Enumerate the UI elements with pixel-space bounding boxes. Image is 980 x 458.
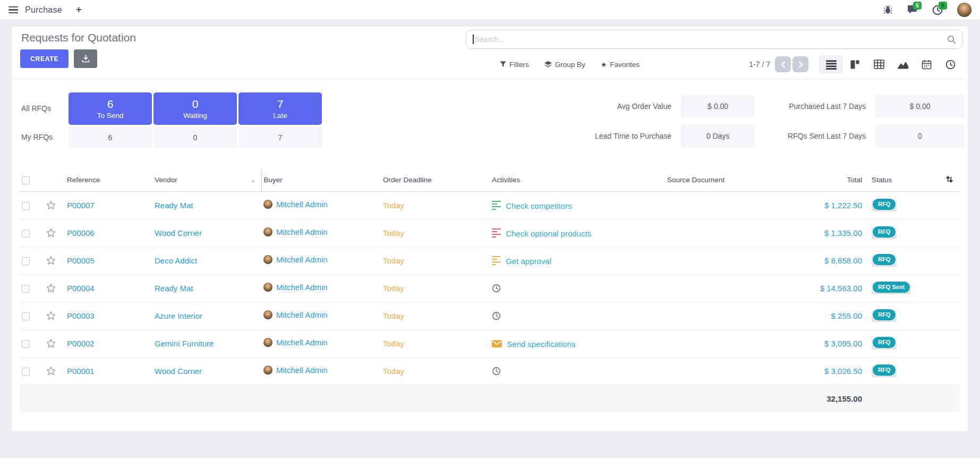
favorites-menu[interactable]: ★ Favorites (601, 61, 640, 69)
row-checkbox[interactable] (22, 340, 30, 348)
rfq-list-table: Reference Vendor ⌄ Buyer Order Deadline … (20, 169, 960, 412)
search-icon[interactable] (947, 35, 956, 44)
debug-bug-icon[interactable] (883, 5, 892, 14)
favorite-star-icon[interactable] (46, 227, 56, 238)
column-source-document[interactable]: Source Document (665, 169, 811, 191)
apps-menu-icon[interactable] (8, 6, 18, 14)
create-button[interactable]: CREATE (20, 49, 69, 68)
table-row[interactable]: P00001 Wood Corner Mitchell Admin Today (20, 357, 960, 385)
my-tile-late[interactable]: 7 (238, 127, 322, 148)
filters-menu[interactable]: Filters (500, 61, 529, 69)
new-record-plus-icon[interactable]: + (76, 4, 82, 15)
source-document-value (665, 247, 811, 274)
table-row[interactable]: P00002 Gemini Furniture Mitchell Admin T… (20, 329, 960, 357)
column-total[interactable]: Total (811, 169, 864, 191)
favorite-star-icon[interactable] (46, 200, 56, 210)
list-icon (826, 59, 837, 70)
sort-descending-icon: ⌄ (250, 176, 255, 184)
buyer-link[interactable]: Mitchell Admin (276, 227, 328, 236)
pivot-view-button[interactable] (867, 55, 891, 73)
activity-clock-icon[interactable] (492, 367, 501, 376)
row-checkbox[interactable] (22, 230, 30, 238)
export-button[interactable] (74, 49, 97, 68)
row-checkbox[interactable] (22, 285, 30, 293)
column-activities[interactable]: Activities (490, 169, 665, 191)
activity-link[interactable]: Send specifications (507, 339, 575, 348)
vendor-link[interactable]: Wood Corner (155, 228, 202, 238)
adjust-columns-icon (945, 175, 953, 183)
search-bar[interactable] (466, 30, 963, 49)
favorite-star-icon[interactable] (46, 310, 56, 321)
buyer-link[interactable]: Mitchell Admin (276, 283, 328, 292)
table-row[interactable]: P00003 Azure Interior Mitchell Admin Tod… (20, 302, 960, 329)
tile-late[interactable]: 7 Late (238, 92, 322, 125)
my-tile-to-send[interactable]: 6 (69, 127, 152, 148)
vendor-link[interactable]: Gemini Furniture (155, 339, 214, 348)
table-row[interactable]: P00005 Deco Addict Mitchell Admin Today (20, 247, 960, 274)
buyer-link[interactable]: Mitchell Admin (276, 200, 328, 209)
activity-link[interactable]: Check competitors (506, 201, 572, 210)
column-reference[interactable]: Reference (65, 169, 152, 191)
user-avatar[interactable] (957, 3, 972, 17)
messages-count-badge: 5 (913, 2, 922, 10)
buyer-link[interactable]: Mitchell Admin (276, 338, 328, 347)
reference-link[interactable]: P00005 (67, 256, 95, 265)
activity-clock-icon[interactable] (492, 284, 501, 293)
reference-link[interactable]: P00007 (67, 201, 95, 210)
activity-link[interactable]: Check optional products (506, 228, 591, 238)
row-checkbox[interactable] (22, 257, 30, 265)
search-input[interactable] (475, 35, 948, 44)
activity-tasks-icon[interactable] (492, 201, 501, 210)
my-tile-waiting[interactable]: 0 (154, 127, 237, 148)
kanban-view-button[interactable] (843, 55, 867, 73)
buyer-link[interactable]: Mitchell Admin (276, 255, 328, 264)
activity-link[interactable]: Get approval (506, 256, 551, 265)
column-vendor[interactable]: Vendor ⌄ (152, 169, 261, 191)
row-checkbox[interactable] (22, 312, 30, 320)
table-row[interactable]: P00006 Wood Corner Mitchell Admin Today (20, 219, 960, 247)
pager-previous-button[interactable] (775, 56, 791, 72)
tile-to-send[interactable]: 6 To Send (69, 92, 152, 125)
buyer-link[interactable]: Mitchell Admin (276, 366, 328, 375)
reference-link[interactable]: P00006 (67, 228, 95, 238)
select-all-checkbox[interactable] (22, 176, 30, 184)
group-by-menu[interactable]: Group By (544, 61, 585, 69)
vendor-link[interactable]: Ready Mat (155, 284, 193, 293)
pager-next-button[interactable] (792, 56, 808, 72)
column-order-deadline[interactable]: Order Deadline (381, 169, 490, 191)
tile-waiting[interactable]: 0 Waiting (154, 92, 237, 125)
activity-view-button[interactable] (939, 55, 962, 73)
reference-link[interactable]: P00003 (67, 311, 95, 320)
activity-envelope-icon[interactable] (492, 340, 502, 347)
vendor-link[interactable]: Wood Corner (155, 367, 202, 376)
buyer-link[interactable]: Mitchell Admin (276, 310, 328, 319)
activities-clock-icon[interactable]: 9 (932, 5, 943, 15)
favorite-star-icon[interactable] (46, 283, 56, 293)
vendor-link[interactable]: Azure Interior (155, 311, 202, 320)
row-checkbox[interactable] (22, 368, 30, 376)
optional-columns-button[interactable] (939, 169, 960, 191)
favorite-star-icon[interactable] (46, 255, 56, 266)
list-view-button[interactable] (819, 55, 843, 73)
graph-view-button[interactable] (891, 55, 915, 73)
activity-tasks-icon[interactable] (492, 256, 501, 266)
table-row[interactable]: P00007 Ready Mat Mitchell Admin Today (20, 191, 960, 219)
vendor-link[interactable]: Ready Mat (155, 201, 193, 210)
row-checkbox[interactable] (22, 202, 30, 210)
vendor-link[interactable]: Deco Addict (155, 256, 197, 265)
app-name[interactable]: Purchase (25, 5, 62, 15)
favorite-star-icon[interactable] (46, 366, 56, 376)
column-buyer[interactable]: Buyer (261, 169, 381, 191)
reference-link[interactable]: P00001 (67, 367, 95, 376)
favorite-column-header (44, 169, 65, 191)
column-status[interactable]: Status (864, 169, 939, 191)
reference-link[interactable]: P00002 (67, 339, 95, 348)
activity-tasks-icon[interactable] (492, 228, 501, 238)
calendar-view-button[interactable] (915, 55, 939, 73)
activity-clock-icon[interactable] (492, 311, 501, 320)
status-badge: RFQ (872, 311, 897, 322)
reference-link[interactable]: P00004 (67, 284, 95, 293)
favorite-star-icon[interactable] (46, 338, 56, 349)
table-row[interactable]: P00004 Ready Mat Mitchell Admin Today (20, 274, 960, 302)
messages-icon[interactable]: 5 (907, 5, 918, 15)
